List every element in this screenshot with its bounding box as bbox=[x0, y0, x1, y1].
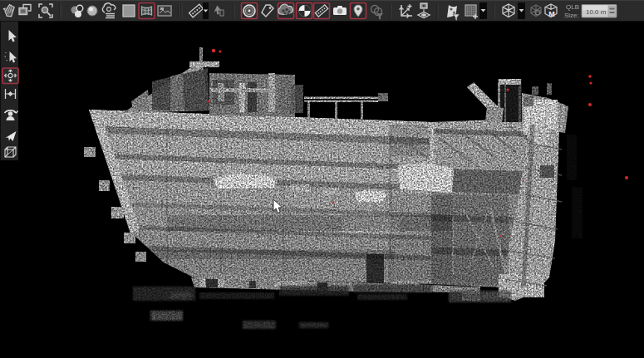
svg-text:Size:: Size: bbox=[564, 12, 579, 19]
svg-text:QLB: QLB bbox=[566, 3, 579, 11]
svg-text:M: M bbox=[548, 10, 555, 18]
svg-text:10.0 m: 10.0 m bbox=[586, 8, 607, 16]
